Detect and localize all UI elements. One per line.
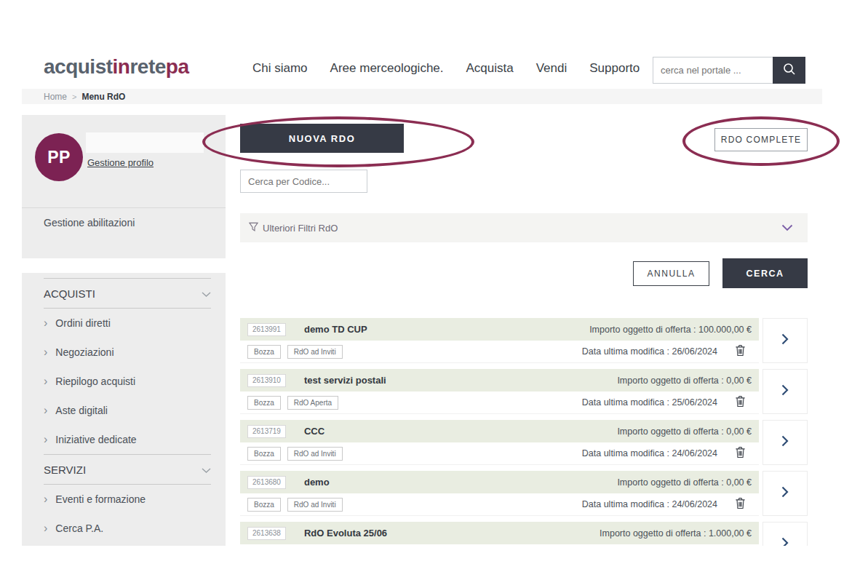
type-badge: RdO ad Inviti: [287, 345, 343, 359]
nuova-rdo-button[interactable]: NUOVA RDO: [240, 124, 404, 153]
filter-label-group: Ulteriori Filtri RdO: [249, 222, 338, 234]
rdo-row: 2613638 RdO Evoluta 25/06 Importo oggett…: [240, 522, 808, 546]
filter-label: Ulteriori Filtri RdO: [263, 223, 338, 234]
status-badge: Bozza: [247, 345, 281, 359]
rdo-modified-date: Data ultima modifica : 24/06/2024: [582, 448, 717, 458]
type-badge: RdO ad Inviti: [287, 447, 343, 461]
rdo-row: 2613719 CCC Importo oggetto di offerta :…: [240, 420, 808, 465]
search-icon: [782, 62, 797, 79]
filter-funnel-icon: [249, 222, 258, 234]
delete-button[interactable]: [735, 395, 746, 410]
rdo-code-badge: 2613719: [247, 425, 286, 438]
rdo-code-badge: 2613638: [247, 527, 286, 540]
chevron-right-icon: [781, 333, 789, 348]
gestione-profilo-link[interactable]: Gestione profilo: [87, 157, 154, 168]
chevron-right-icon: [781, 537, 789, 546]
portal-search: [653, 57, 805, 84]
chevron-right-icon: [781, 486, 789, 501]
status-badge: Bozza: [247, 396, 281, 410]
rdo-row-body[interactable]: 2613638 RdO Evoluta 25/06 Importo oggett…: [240, 522, 759, 546]
open-rdo-button[interactable]: [763, 471, 808, 516]
portal-search-button[interactable]: [773, 57, 805, 84]
gestione-abilitazioni-link[interactable]: Gestione abilitazioni: [44, 217, 135, 229]
user-name-box: [86, 132, 204, 153]
nav-aree-merceologiche[interactable]: Aree merceologiche.: [330, 61, 444, 76]
rdo-list: 2613991 demo TD CUP Importo oggetto di o…: [240, 318, 808, 546]
sidebar-item-ordini-diretti[interactable]: › Ordini diretti: [44, 309, 211, 338]
open-rdo-button[interactable]: [763, 420, 808, 465]
rdo-amount: Importo oggetto di offerta : 1.000,00 €: [600, 528, 752, 539]
profile-divider: [22, 207, 226, 208]
rdo-code-badge: 2613991: [247, 323, 286, 336]
breadcrumb-separator: >: [72, 92, 76, 101]
rdo-row-body[interactable]: 2613910 test servizi postali Importo ogg…: [240, 369, 759, 414]
filter-expand-chevron-icon[interactable]: [781, 221, 793, 234]
portal-search-input[interactable]: [653, 57, 773, 84]
nav-vendi[interactable]: Vendi: [536, 61, 568, 76]
profile-card: PP Gestione profilo Gestione abilitazion…: [22, 115, 226, 258]
sidebar-item-label: Aste digitali: [55, 405, 108, 416]
viewport-clip: acquistinretepa Chi siamo Aree merceolog…: [0, 0, 868, 546]
chevron-down-icon: [202, 287, 211, 300]
nav-acquista[interactable]: Acquista: [466, 61, 514, 76]
rdo-title: demo TD CUP: [304, 324, 367, 335]
sidebar-item-aste-digitali[interactable]: › Aste digitali: [44, 396, 211, 425]
rdo-amount: Importo oggetto di offerta : 0,00 €: [617, 376, 752, 386]
sidebar-item-eventi-formazione[interactable]: › Eventi e formazione: [44, 485, 211, 514]
chevron-right-icon: ›: [44, 523, 47, 534]
sidebar-item-iniziative-dedicate[interactable]: › Iniziative dedicate: [44, 425, 211, 454]
sidebar-item-label: Ordini diretti: [55, 317, 110, 329]
breadcrumb-current: Menu RdO: [81, 92, 125, 102]
logo-part-3: rete: [130, 55, 165, 78]
sidebar-item-label: Negoziazioni: [55, 346, 114, 358]
rdo-code-badge: 2613680: [247, 476, 286, 489]
rdo-code-badge: 2613910: [247, 374, 286, 387]
sidebar-section-acquisti[interactable]: ACQUISTI: [44, 278, 211, 309]
rdo-amount: Importo oggetto di offerta : 100.000,00 …: [589, 325, 752, 335]
trash-icon: [735, 395, 746, 410]
chevron-right-icon: ›: [44, 346, 47, 358]
rdo-amount: Importo oggetto di offerta : 0,00 €: [617, 477, 752, 488]
rdo-modified-date: Data ultima modifica : 24/06/2024: [582, 499, 717, 509]
annulla-button[interactable]: ANNULLA: [633, 261, 709, 286]
sidebar-item-riepilogo-acquisti[interactable]: › Riepilogo acquisti: [44, 367, 211, 396]
trash-icon: [735, 344, 746, 359]
rdo-row: 2613910 test servizi postali Importo ogg…: [240, 369, 808, 414]
breadcrumb: Home > Menu RdO: [22, 89, 822, 104]
open-rdo-button[interactable]: [763, 522, 808, 546]
trash-icon: [735, 446, 746, 461]
status-badge: Bozza: [247, 447, 281, 461]
section-title: ACQUISTI: [44, 287, 95, 300]
logo-part-4: pa: [166, 55, 189, 78]
site-logo[interactable]: acquistinretepa: [44, 55, 188, 79]
sidebar-section-servizi[interactable]: SERVIZI: [44, 454, 211, 485]
logo-part-2: in: [113, 55, 130, 78]
chevron-right-icon: ›: [44, 376, 47, 387]
open-rdo-button[interactable]: [763, 369, 808, 414]
nav-supporto[interactable]: Supporto: [589, 61, 640, 76]
type-badge: RdO Aperta: [287, 396, 338, 410]
cerca-button[interactable]: CERCA: [722, 258, 808, 288]
sidebar-item-negoziazioni[interactable]: › Negoziazioni: [44, 338, 211, 367]
nav-chi-siamo[interactable]: Chi siamo: [252, 61, 308, 76]
rdo-row-body[interactable]: 2613719 CCC Importo oggetto di offerta :…: [240, 420, 759, 465]
sidebar-item-cerca-pa[interactable]: › Cerca P.A.: [44, 514, 211, 543]
chevron-right-icon: [781, 435, 789, 450]
avatar: PP: [35, 133, 83, 181]
breadcrumb-home-link[interactable]: Home: [44, 92, 67, 102]
sidebar-menu: ACQUISTI › Ordini diretti › Negoziazioni…: [22, 273, 226, 546]
rdo-amount: Importo oggetto di offerta : 0,00 €: [617, 426, 752, 437]
delete-button[interactable]: [735, 446, 746, 461]
search-code-input[interactable]: [240, 170, 367, 193]
status-badge: Bozza: [247, 498, 281, 512]
chevron-right-icon: ›: [44, 405, 47, 416]
open-rdo-button[interactable]: [763, 318, 808, 363]
delete-button[interactable]: [735, 497, 746, 512]
rdo-row-body[interactable]: 2613991 demo TD CUP Importo oggetto di o…: [240, 318, 759, 363]
logo-part-1: acquist: [44, 55, 113, 78]
ulteriori-filtri-bar[interactable]: Ulteriori Filtri RdO: [240, 213, 808, 242]
rdo-row-body[interactable]: 2613680 demo Importo oggetto di offerta …: [240, 471, 759, 516]
rdo-complete-button[interactable]: RDO COMPLETE: [714, 128, 808, 151]
rdo-title: RdO Evoluta 25/06: [304, 528, 387, 539]
delete-button[interactable]: [735, 344, 746, 359]
